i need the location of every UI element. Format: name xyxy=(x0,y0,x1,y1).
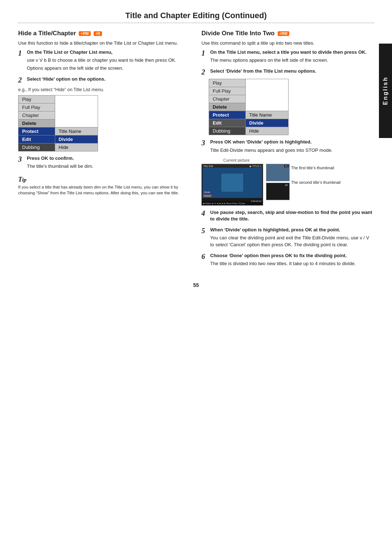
left-menu-row-chapter: Chapter xyxy=(19,111,98,119)
right-menu-row-delete: Delete xyxy=(209,103,289,111)
thumbnail-list: #1 #2 xyxy=(266,164,290,200)
left-menu-row-protect: Protect Title Name xyxy=(19,127,98,135)
right-step1-bold: On the Title List menu, select a title y… xyxy=(210,49,367,55)
right-step5-bold: When ‘Divide’ option is highlighted, pre… xyxy=(210,227,340,232)
right-menu-fullplay: Full Play xyxy=(209,87,246,95)
left-column: Hide a Title/Chapter +RW +R Use this fun… xyxy=(18,30,191,271)
left-step1-num: 1 xyxy=(18,49,25,57)
page-title: Title and Chapter Editing (Continued) xyxy=(18,11,374,20)
left-menu-table: Play Full Play Chapter Delete Protect Ti… xyxy=(18,95,98,151)
left-step2-num: 2 xyxy=(18,76,25,84)
right-step3-text: Title Edit-Divide menu appears and goes … xyxy=(210,147,374,154)
left-menu-row-delete: Delete xyxy=(19,119,98,127)
left-menu-edit: Edit xyxy=(19,135,55,143)
tip-text: If you select a title that has already b… xyxy=(18,184,191,196)
left-menu-protect: Protect xyxy=(19,127,55,135)
thumb-labels: The first title’s thumbnail The second t… xyxy=(291,164,340,185)
left-step1-bold: On the Title List or Chapter List menu, xyxy=(27,49,113,55)
right-step5-num: 5 xyxy=(201,227,208,235)
left-step3-num: 3 xyxy=(18,155,25,163)
right-step5: 5 When ‘Divide’ option is highlighted, p… xyxy=(201,227,374,250)
thumb2: #2 xyxy=(266,183,290,200)
right-step6-content: Choose ‘Done’ option then press OK to fi… xyxy=(210,252,374,268)
right-intro: Use this command to split a title up int… xyxy=(201,40,374,47)
left-step2-content: Select ‘Hide’ option on the options. xyxy=(27,76,191,84)
left-tip: Tip If you select a title that has alrea… xyxy=(18,175,191,196)
right-step1: 1 On the Title List menu, select a title… xyxy=(201,49,374,65)
right-column: Divide One Title Into Two +RW Use this c… xyxy=(201,30,374,271)
left-menu-row-fullplay: Full Play xyxy=(19,103,98,111)
divide-video-placeholder xyxy=(221,174,243,192)
cancel-btn: Cancel xyxy=(203,194,212,197)
left-menu-hide: Hide xyxy=(55,143,98,151)
left-step2: 2 Select ‘Hide’ option on the options. xyxy=(18,76,191,84)
current-picture-label: Current picture xyxy=(223,158,374,162)
right-step4-content: Use pause step, search, skip and slow-mo… xyxy=(210,209,374,224)
screen-title-value: ▶ TITLE 1 xyxy=(250,165,261,168)
right-step2-content: Select ‘Divide’ from the Title List menu… xyxy=(210,68,374,76)
badge-rw-right: +RW xyxy=(278,31,289,36)
right-menu-play: Play xyxy=(209,79,246,87)
tip-t-label: T xyxy=(18,176,22,183)
right-menu-divide-selected: Divide xyxy=(245,119,288,127)
thumb2-num: #2 xyxy=(284,184,289,186)
right-step2-bold: Select ‘Divide’ from the Title List menu… xyxy=(210,68,316,74)
right-step1-num: 1 xyxy=(201,49,208,57)
right-menu-chapter: Chapter xyxy=(209,95,246,103)
left-section-header: Hide a Title/Chapter +RW +R xyxy=(18,30,191,37)
right-menu-table: Play Full Play Chapter Delete Protect Ti… xyxy=(209,79,289,135)
left-menu-divide: Divide xyxy=(55,135,98,143)
left-eg-text: e.g., If you select “Hide” on Title List… xyxy=(18,87,191,92)
right-menu-row-play: Play xyxy=(209,79,289,87)
left-menu-fullplay: Full Play xyxy=(19,103,55,111)
left-step3-text: The title's thumbnail will be dim. xyxy=(27,163,191,170)
right-menu-protect: Protect xyxy=(209,111,246,119)
left-step3-content: Press OK to confirm. The title's thumbna… xyxy=(27,155,191,171)
hide-title-chapter-heading: Hide a Title/Chapter xyxy=(18,30,76,37)
page-number: 55 xyxy=(18,282,374,288)
right-menu-hide: Hide xyxy=(245,127,288,135)
right-step1-content: On the Title List menu, select a title y… xyxy=(210,49,374,65)
left-step1-content: On the Title List or Chapter List menu, … xyxy=(27,49,191,73)
right-menu-dubbing: Dubbing xyxy=(209,127,246,135)
right-step2-num: 2 xyxy=(201,68,208,76)
left-menu-play: Play xyxy=(19,95,55,103)
left-step2-bold: Select ‘Hide’ option on the options. xyxy=(27,76,106,82)
divide-main-screen: Title Edit ▶ TITLE 1 Divide Cancel xyxy=(201,164,263,206)
right-menu-row-edit: Edit Divide xyxy=(209,119,289,127)
left-intro: Use this function to hide a title/chapte… xyxy=(18,40,191,47)
left-menu-row-dubbing: Dubbing Hide xyxy=(19,143,98,151)
divide-btn: Divide xyxy=(203,191,212,194)
thumb1-num: #1 xyxy=(284,165,289,167)
right-menu-row-fullplay: Full Play xyxy=(209,87,289,95)
left-step3-bold: Press OK to confirm. xyxy=(27,155,74,161)
left-step3: 3 Press OK to confirm. The title's thumb… xyxy=(18,155,191,171)
left-step1-text: use v V b B to choose a title or chapter… xyxy=(27,57,191,64)
thumb1: #1 xyxy=(266,164,290,181)
thumbnails-area: #1 #2 The first title’s thumbnail The se… xyxy=(266,164,340,200)
right-step3-bold: Press OK when ‘Divide’ option is highlig… xyxy=(210,139,312,145)
right-step3-content: Press OK when ‘Divide’ option is highlig… xyxy=(210,139,374,155)
right-step5-content: When ‘Divide’ option is highlighted, pre… xyxy=(210,227,374,250)
right-menu-edit: Edit xyxy=(209,119,246,127)
right-menu-row-protect: Protect Title Name xyxy=(209,111,289,119)
left-menu-chapter: Chapter xyxy=(19,111,55,119)
right-menu-delete: Delete xyxy=(209,103,246,111)
left-step1: 1 On the Title List or Chapter List menu… xyxy=(18,49,191,73)
second-thumb-label: The second title’s thumbnail xyxy=(291,180,340,185)
left-menu-row-edit: Edit Divide xyxy=(19,135,98,143)
right-step4: 4 Use pause step, search, skip and slow-… xyxy=(201,209,374,224)
left-menu-delete: Delete xyxy=(19,119,55,127)
right-menu-row-chapter: Chapter xyxy=(209,95,289,103)
right-step4-bold: Use pause step, search, skip and slow-mo… xyxy=(210,210,372,222)
divide-left-buttons: Divide Cancel xyxy=(203,191,212,197)
right-section-header: Divide One Title Into Two +RW xyxy=(201,30,374,37)
first-thumb-label: The first title’s thumbnail xyxy=(291,165,340,170)
right-step4-num: 4 xyxy=(201,209,208,217)
right-step6: 6 Choose ‘Done’ option then press OK to … xyxy=(201,252,374,268)
right-menu-titlename: Title Name xyxy=(245,111,288,119)
right-step6-bold: Choose ‘Done’ option then press OK to fi… xyxy=(210,253,347,258)
left-step1-sub: Options appears on the left side of the … xyxy=(27,65,191,72)
right-step1-text: The menu options appears on the left sid… xyxy=(210,57,374,64)
english-sidebar-label: English xyxy=(379,44,392,138)
